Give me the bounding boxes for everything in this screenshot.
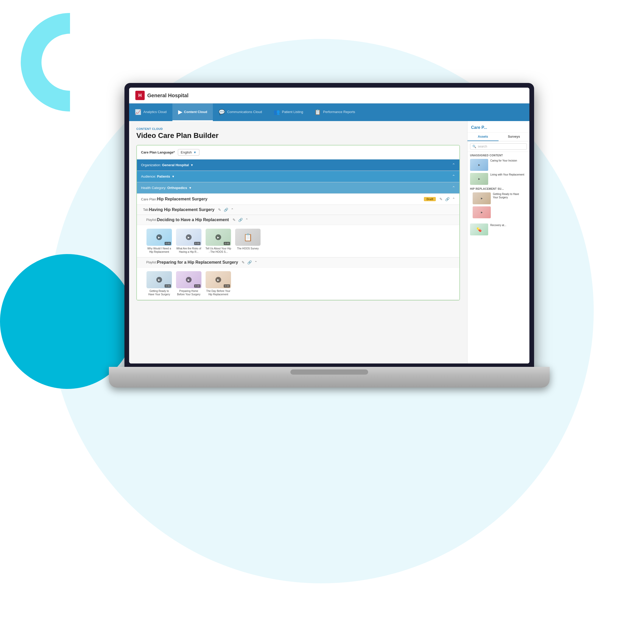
list-item[interactable]: ▶ 0:00 What Are the Risks of Having a Hi… — [176, 229, 202, 254]
video-thumbnail-5: ▶ 0:00 — [146, 271, 172, 288]
search-icon: 🔍 — [472, 145, 476, 148]
list-item[interactable]: ▶ 0:00 Preparing Home Before Your Surger… — [176, 271, 202, 296]
audience-chevron-icon: ⌃ — [452, 174, 455, 179]
nav-performance[interactable]: 📋 Performance Reports — [309, 103, 361, 121]
list-item[interactable]: ▶ 0:00 Getting Ready to Have Your Surger… — [146, 271, 172, 296]
language-row: Care Plan Language* English ▼ — [137, 145, 459, 159]
screen-bezel: H General Hospital 📈 Analytics Cloud ▶ C… — [124, 83, 534, 368]
nav-communications[interactable]: 💬 Communications Cloud — [213, 103, 268, 121]
nav-patients[interactable]: 👥 Patient Listing — [268, 103, 309, 121]
health-dropdown-arrow: ▼ — [189, 186, 192, 190]
audience-accordion[interactable]: Audience: Patients ▼ ⌃ — [137, 171, 459, 182]
panel-video-title-1: Caring for Your Incision — [490, 159, 517, 162]
survey-title-1: The HOOS Survey — [237, 247, 258, 250]
playlist-2-name: Preparing for a Hip Replacement Surgery — [157, 260, 238, 265]
list-item[interactable]: ▶ Living with Your Replacement — [470, 173, 527, 185]
care-plan-name: Hip Replacement Surgery — [157, 197, 207, 201]
playlist-1-header: Playlist: Deciding to Have a Hip Replace… — [137, 215, 459, 225]
list-item[interactable]: ▶ Getting Ready to Have Your Surgery — [473, 192, 524, 204]
nav-patients-label: Patient Listing — [282, 110, 303, 114]
analytics-icon: 📈 — [135, 109, 141, 115]
unassigned-section-label: UNASSIGNED CONTENT — [467, 152, 529, 158]
section-label: CONTENT CLOUD — [136, 127, 460, 130]
hospital-logo-icon: H — [135, 91, 145, 100]
bg-arc — [21, 13, 119, 111]
video-thumbnail-2: ▶ 0:00 — [176, 229, 201, 246]
list-item[interactable]: ▶ 0:00 The Day Before Your Hip Replaceme… — [205, 271, 231, 296]
language-select[interactable]: English ▼ — [178, 149, 199, 156]
list-item[interactable]: ▶ Caring for Your Incision — [470, 159, 527, 171]
edit-icon[interactable]: ✎ — [439, 197, 443, 201]
play-icon-1: ▶ — [156, 234, 162, 240]
laptop-mockup: H General Hospital 📈 Analytics Cloud ▶ C… — [109, 83, 550, 446]
duration-5: 0:00 — [165, 284, 171, 288]
playlist-2-link-icon[interactable]: 🔗 — [247, 260, 252, 264]
care-plan-row: Care Plan: Hip Replacement Surgery Draft… — [137, 194, 459, 205]
tab-edit-icon[interactable]: ✎ — [218, 208, 221, 212]
search-input-wrap[interactable]: 🔍 search — [470, 143, 527, 150]
play-icon-3: ▶ — [215, 234, 221, 240]
nav-content[interactable]: ▶ Content Cloud — [172, 103, 213, 121]
list-item[interactable]: 📋 The HOOS Survey — [235, 229, 261, 254]
link-icon[interactable]: 🔗 — [445, 197, 450, 201]
duration-6: 0:00 — [194, 284, 200, 288]
panel-thumb-1: ▶ — [470, 159, 488, 171]
duration-1: 0:00 — [165, 242, 171, 245]
logo-area: H General Hospital — [135, 91, 188, 100]
nav-analytics-label: Analytics Cloud — [143, 110, 167, 114]
language-dropdown-arrow: ▼ — [193, 151, 197, 154]
screen-content: H General Hospital 📈 Analytics Cloud ▶ C… — [129, 88, 529, 363]
tab-link-icon[interactable]: 🔗 — [224, 208, 228, 212]
nav-analytics[interactable]: 📈 Analytics Cloud — [129, 103, 172, 121]
list-item[interactable]: ▶ 0:00 Why Would I Need a Hip Replacemen… — [146, 229, 172, 254]
health-value: Orthopedics — [167, 186, 187, 190]
hip-video-list: ▶ Getting Ready to Have Your Surgery ▶ — [470, 191, 527, 219]
video-thumbnail-1: ▶ 0:00 — [146, 229, 172, 246]
health-category-accordion[interactable]: Health Category: Orthopedics ▼ ⌃ — [137, 182, 459, 194]
playlist-2-edit-icon[interactable]: ✎ — [242, 260, 245, 264]
org-prefix: Organization: — [141, 163, 161, 167]
playlist-1-edit-icon[interactable]: ✎ — [233, 218, 236, 222]
playlist-1-prefix: Playlist: — [146, 218, 157, 222]
tab-assets[interactable]: Assets — [467, 133, 499, 141]
search-input[interactable]: search — [478, 145, 487, 148]
playlist-2-chevron-icon[interactable]: ⌃ — [254, 260, 257, 264]
laptop-base — [109, 367, 550, 388]
tab-chevron-icon[interactable]: ⌃ — [231, 208, 234, 212]
video-title-3: Tell Us About Your Hip - The HOOS S... — [205, 247, 231, 254]
list-item[interactable]: 💊 Recovery at... — [470, 223, 527, 235]
organization-accordion[interactable]: Organization: General Hospital ▼ ⌃ — [137, 159, 459, 171]
content-icon: ▶ — [178, 109, 182, 115]
list-item[interactable]: ▶ 0:00 Tell Us About Your Hip - The HOOS… — [205, 229, 231, 254]
draft-status-badge: Draft — [424, 197, 436, 201]
playlist-1-actions: ✎ 🔗 ⌃ — [233, 218, 248, 222]
tab-name: Having Hip Replacement Surgery — [149, 207, 215, 212]
tab-actions: ✎ 🔗 ⌃ — [218, 208, 234, 212]
right-panel-title: Care P... — [467, 121, 529, 133]
hip-section-label: HIP REPLACEMENT SU... — [470, 186, 527, 191]
care-plan-label-text: Care Plan: — [141, 197, 157, 201]
app-header: H General Hospital — [129, 88, 529, 103]
care-plan-chevron-icon[interactable]: ⌃ — [452, 197, 455, 201]
right-panel: Care P... Assets Surveys 🔍 search UNASSI… — [467, 121, 529, 363]
playlist-1-chevron-icon[interactable]: ⌃ — [245, 218, 248, 222]
panel-video-title-3: Getting Ready to Have Your Surgery — [493, 192, 524, 199]
org-value: General Hospital — [162, 163, 189, 167]
tab-surveys[interactable]: Surveys — [499, 133, 530, 141]
navigation-bar: 📈 Analytics Cloud ▶ Content Cloud 💬 Comm… — [129, 103, 529, 121]
duration-7: 0:00 — [224, 284, 230, 288]
list-item[interactable]: ▶ — [473, 206, 524, 218]
org-dropdown-arrow: ▼ — [190, 163, 193, 167]
audience-dropdown-arrow: ▼ — [172, 175, 175, 178]
panel-thumb-5: 💊 — [470, 223, 488, 235]
playlist-2-actions: ✎ 🔗 ⌃ — [242, 260, 257, 264]
communications-icon: 💬 — [219, 109, 225, 115]
duration-2: 0:00 — [194, 242, 200, 245]
language-label: Care Plan Language* — [141, 150, 175, 154]
health-label-text: Health Category: Orthopedics — [141, 186, 187, 190]
playlist-2-prefix: Playlist: — [146, 261, 157, 264]
playlist-1-link-icon[interactable]: 🔗 — [238, 218, 243, 222]
video-title-2: What Are the Risks of Having a Hip R... — [176, 247, 202, 254]
playlist-1-section: Playlist: Deciding to Have a Hip Replace… — [137, 215, 459, 257]
page-title: Video Care Plan Builder — [136, 131, 460, 140]
